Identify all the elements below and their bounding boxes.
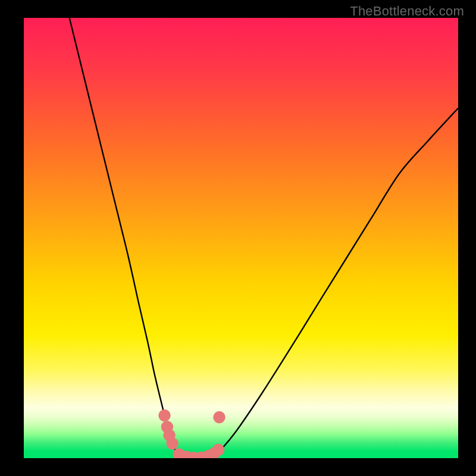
plot-area [24,18,458,458]
dot [213,411,225,423]
bottleneck-curve [70,18,458,458]
chart-frame: TheBottleneck.com [0,0,476,476]
dot [166,437,178,449]
watermark-text: TheBottleneck.com [350,4,464,19]
dot [212,444,224,456]
dot [158,409,170,421]
curve-layer [24,18,458,458]
highlight-dots [158,409,225,458]
